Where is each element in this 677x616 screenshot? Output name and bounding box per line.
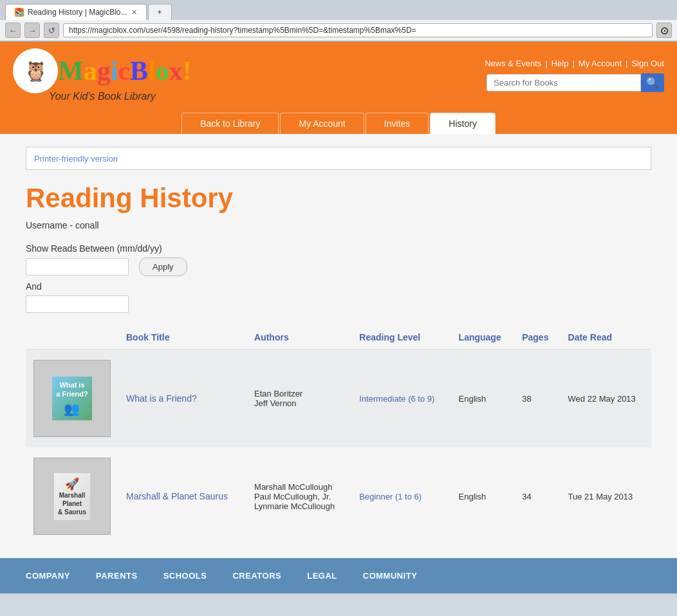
col-cover [26, 326, 118, 350]
filter-label: Show Reads Between (mm/dd/yy) [26, 243, 651, 254]
logo-subtitle: Your Kid's Book Library [49, 91, 156, 102]
printer-friendly-link[interactable]: Printer-friendly version [34, 154, 118, 163]
main-content: Printer-friendly version Reading History… [0, 134, 677, 558]
site-header: 🦉 MagicBlox! Your Kid's Book Library New… [0, 42, 677, 134]
language-cell-2: English [451, 447, 515, 545]
browser-chrome: 📚 Reading History | MagicBlo... ✕ + ← → … [0, 0, 677, 42]
logo-image[interactable]: 🦉 MagicBlox! [13, 48, 192, 93]
book-title-cell-1: What is a Friend? [118, 350, 246, 448]
my-account-header-link[interactable]: My Account [579, 59, 622, 68]
logo-owl: 🦉 [13, 48, 58, 93]
footer-parents[interactable]: PARENTS [96, 571, 138, 581]
printer-bar: Printer-friendly version [26, 147, 651, 170]
search-button[interactable]: 🔍 [641, 73, 664, 92]
col-pages: Pages [514, 326, 560, 350]
footer-legal[interactable]: LEGAL [307, 571, 337, 581]
date-from-input[interactable] [26, 258, 129, 275]
cover-icon-2: 🚀 [65, 477, 79, 491]
browser-tab-active[interactable]: 📚 Reading History | MagicBlo... ✕ [5, 4, 147, 20]
book-title-link-1[interactable]: What is a Friend? [126, 393, 197, 404]
table-row: 🚀 MarshallPlanet& Saurus Marshall & Plan… [26, 447, 651, 545]
apply-button[interactable]: Apply [139, 257, 187, 276]
cover-title-2: MarshallPlanet& Saurus [58, 491, 86, 516]
footer-links: COMPANY PARENTS SCHOOLS CREATORS LEGAL C… [26, 571, 651, 581]
col-book-title: Book Title [118, 326, 246, 350]
pages-cell-1: 38 [514, 350, 560, 448]
book-cover-friend: What isa Friend? 👥 [33, 360, 111, 437]
browser-search-button[interactable]: ⊙ [656, 23, 672, 38]
filter-section: Show Reads Between (mm/dd/yy) Apply And [26, 243, 651, 313]
author-1-1: Etan Boritzer [254, 389, 344, 398]
date-to-input[interactable] [26, 295, 129, 313]
back-button[interactable]: ← [5, 23, 21, 38]
news-events-link[interactable]: News & Events [485, 59, 541, 68]
tab-favicon: 📚 [15, 8, 24, 17]
new-tab-icon: + [158, 8, 162, 17]
logo-area: 🦉 MagicBlox! Your Kid's Book Library [13, 48, 192, 102]
tab-close-button[interactable]: ✕ [131, 8, 137, 17]
col-language: Language [451, 326, 515, 350]
search-icon: 🔍 [646, 77, 659, 89]
footer-company[interactable]: COMPANY [26, 571, 70, 581]
language-cell-1: English [451, 350, 515, 448]
forward-button[interactable]: → [24, 23, 40, 38]
tab-title: Reading History | MagicBlo... [28, 8, 127, 17]
header-right: News & Events | Help | My Account | Sign… [485, 59, 664, 92]
book-cover-image-2: 🚀 MarshallPlanet& Saurus [54, 473, 90, 520]
footer-schools[interactable]: SCHOOLS [163, 571, 207, 581]
author-1-2: Jeff Vernon [254, 398, 344, 408]
cover-icon-1: 👥 [64, 401, 80, 416]
sign-out-link[interactable]: Sign Out [631, 59, 664, 68]
col-reading-level: Reading Level [351, 326, 450, 350]
reading-level-2: Beginner (1 to 6) [359, 492, 422, 501]
footer-community[interactable]: COMMUNITY [363, 571, 418, 581]
new-tab[interactable]: + [148, 4, 172, 20]
author-2-3: Lynmarie McCullough [254, 501, 344, 511]
reading-level-1: Intermediate (6 to 9) [359, 394, 434, 404]
footer-creators[interactable]: CREATORS [232, 571, 281, 581]
search-bar: 🔍 [487, 73, 664, 92]
divider3: | [626, 59, 627, 68]
and-label: And [26, 281, 651, 292]
tab-history[interactable]: History [430, 113, 496, 134]
tab-invites[interactable]: Invites [366, 113, 429, 134]
tab-bar: 📚 Reading History | MagicBlo... ✕ + [0, 0, 677, 20]
book-cover-marshall: 🚀 MarshallPlanet& Saurus [33, 458, 111, 535]
authors-cell-1: Etan Boritzer Jeff Vernon [246, 350, 351, 448]
help-link[interactable]: Help [552, 59, 569, 68]
book-title-cell-2: Marshall & Planet Saurus [118, 447, 246, 545]
header-top: 🦉 MagicBlox! Your Kid's Book Library New… [13, 48, 664, 107]
address-bar[interactable] [63, 23, 653, 37]
divider2: | [572, 59, 574, 68]
book-cover-cell: What isa Friend? 👥 [26, 350, 118, 448]
search-input[interactable] [487, 74, 641, 91]
table-body: What isa Friend? 👥 What is a Friend? Eta… [26, 350, 651, 546]
reading-level-cell-1: Intermediate (6 to 9) [351, 350, 450, 448]
reload-button[interactable]: ↺ [44, 23, 59, 38]
col-authors: Authors [246, 326, 351, 350]
date-read-cell-1: Wed 22 May 2013 [561, 350, 651, 448]
book-title-link-2[interactable]: Marshall & Planet Saurus [126, 491, 228, 501]
pages-cell-2: 34 [514, 447, 560, 545]
navigation-tabs: Back to Library My Account Invites Histo… [13, 107, 664, 134]
author-2-2: Paul McCullough, Jr. [254, 492, 344, 501]
page-title: Reading History [26, 183, 651, 214]
header-links: News & Events | Help | My Account | Sign… [485, 59, 664, 68]
date-read-cell-2: Tue 21 May 2013 [561, 447, 651, 545]
books-table: Book Title Authors Reading Level Languag… [26, 326, 651, 545]
book-cover-cell-2: 🚀 MarshallPlanet& Saurus [26, 447, 118, 545]
filter-row-2 [26, 295, 651, 313]
authors-cell-2: Marshall McCullough Paul McCullough, Jr.… [246, 447, 351, 545]
tab-back-to-library[interactable]: Back to Library [181, 113, 279, 134]
filter-row-1: Apply [26, 257, 651, 276]
col-date-read: Date Read [561, 326, 651, 350]
site-footer: COMPANY PARENTS SCHOOLS CREATORS LEGAL C… [0, 558, 677, 593]
table-row: What isa Friend? 👥 What is a Friend? Eta… [26, 350, 651, 448]
cover-title-1: What isa Friend? [56, 380, 88, 399]
tab-my-account[interactable]: My Account [280, 113, 364, 134]
reading-level-cell-2: Beginner (1 to 6) [351, 447, 450, 545]
table-header: Book Title Authors Reading Level Languag… [26, 326, 651, 350]
book-cover-image-1: What isa Friend? 👥 [52, 377, 92, 421]
author-2-1: Marshall McCullough [254, 482, 344, 492]
logo-text: MagicBlox! [58, 55, 192, 86]
